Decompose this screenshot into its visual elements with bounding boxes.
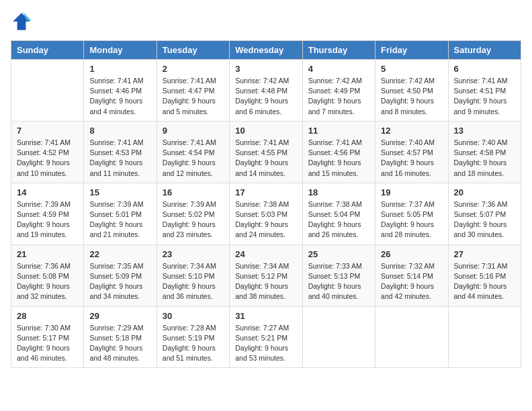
- date-number: 10: [235, 126, 296, 136]
- cell-info: Sunrise: 7:40 AMSunset: 4:57 PMDaylight:…: [381, 138, 442, 179]
- calendar-cell: 30Sunrise: 7:28 AMSunset: 5:19 PMDayligh…: [157, 306, 229, 368]
- svg-marker-0: [13, 13, 30, 30]
- column-header-friday: Friday: [375, 41, 448, 60]
- calendar-cell: 12Sunrise: 7:40 AMSunset: 4:57 PMDayligh…: [375, 121, 448, 183]
- date-number: 21: [17, 249, 78, 259]
- calendar-cell: [302, 306, 375, 368]
- calendar-cell: 29Sunrise: 7:29 AMSunset: 5:18 PMDayligh…: [84, 306, 157, 368]
- date-number: 3: [235, 64, 296, 74]
- calendar-cell: 23Sunrise: 7:34 AMSunset: 5:10 PMDayligh…: [157, 244, 229, 306]
- calendar-cell: 10Sunrise: 7:41 AMSunset: 4:55 PMDayligh…: [230, 121, 302, 183]
- calendar-cell: 18Sunrise: 7:38 AMSunset: 5:04 PMDayligh…: [302, 183, 375, 244]
- calendar-cell: 21Sunrise: 7:36 AMSunset: 5:08 PMDayligh…: [11, 244, 84, 306]
- calendar-cell: 22Sunrise: 7:35 AMSunset: 5:09 PMDayligh…: [84, 244, 157, 306]
- date-number: 6: [454, 64, 515, 74]
- calendar-table: SundayMondayTuesdayWednesdayThursdayFrid…: [11, 40, 521, 368]
- page-header: [11, 11, 521, 32]
- calendar-cell: 15Sunrise: 7:39 AMSunset: 5:01 PMDayligh…: [84, 183, 157, 244]
- date-number: 25: [308, 249, 369, 259]
- calendar-cell: 4Sunrise: 7:42 AMSunset: 4:49 PMDaylight…: [302, 60, 375, 122]
- date-number: 9: [163, 126, 224, 136]
- date-number: 24: [235, 249, 296, 259]
- calendar-cell: 26Sunrise: 7:32 AMSunset: 5:14 PMDayligh…: [375, 244, 448, 306]
- date-number: 29: [89, 311, 150, 321]
- cell-info: Sunrise: 7:39 AMSunset: 5:01 PMDaylight:…: [89, 199, 150, 240]
- calendar-cell: 3Sunrise: 7:42 AMSunset: 4:48 PMDaylight…: [230, 60, 302, 122]
- column-header-sunday: Sunday: [11, 41, 84, 60]
- cell-info: Sunrise: 7:38 AMSunset: 5:04 PMDaylight:…: [308, 199, 369, 240]
- week-row-2: 7Sunrise: 7:41 AMSunset: 4:52 PMDaylight…: [11, 121, 521, 183]
- cell-info: Sunrise: 7:37 AMSunset: 5:05 PMDaylight:…: [381, 199, 442, 240]
- cell-info: Sunrise: 7:42 AMSunset: 4:48 PMDaylight:…: [235, 76, 296, 117]
- cell-info: Sunrise: 7:33 AMSunset: 5:13 PMDaylight:…: [308, 261, 369, 302]
- date-number: 27: [454, 249, 515, 259]
- calendar-cell: [375, 306, 448, 368]
- cell-info: Sunrise: 7:41 AMSunset: 4:52 PMDaylight:…: [17, 138, 78, 179]
- date-number: 30: [163, 311, 224, 321]
- date-number: 2: [163, 64, 224, 74]
- calendar-cell: 27Sunrise: 7:31 AMSunset: 5:16 PMDayligh…: [448, 244, 521, 306]
- cell-info: Sunrise: 7:42 AMSunset: 4:49 PMDaylight:…: [308, 76, 369, 117]
- date-number: 8: [89, 126, 150, 136]
- date-number: 14: [17, 187, 78, 197]
- logo: [11, 11, 35, 32]
- calendar-cell: 25Sunrise: 7:33 AMSunset: 5:13 PMDayligh…: [302, 244, 375, 306]
- date-number: 17: [235, 187, 296, 197]
- calendar-cell: 2Sunrise: 7:41 AMSunset: 4:47 PMDaylight…: [157, 60, 229, 122]
- date-number: 12: [381, 126, 442, 136]
- cell-info: Sunrise: 7:27 AMSunset: 5:21 PMDaylight:…: [235, 323, 296, 364]
- cell-info: Sunrise: 7:41 AMSunset: 4:55 PMDaylight:…: [235, 138, 296, 179]
- cell-info: Sunrise: 7:36 AMSunset: 5:07 PMDaylight:…: [454, 199, 515, 240]
- cell-info: Sunrise: 7:39 AMSunset: 5:02 PMDaylight:…: [163, 199, 224, 240]
- week-row-5: 28Sunrise: 7:30 AMSunset: 5:17 PMDayligh…: [11, 306, 521, 368]
- cell-info: Sunrise: 7:34 AMSunset: 5:10 PMDaylight:…: [163, 261, 224, 302]
- cell-info: Sunrise: 7:41 AMSunset: 4:56 PMDaylight:…: [308, 138, 369, 179]
- cell-info: Sunrise: 7:41 AMSunset: 4:51 PMDaylight:…: [454, 76, 515, 117]
- cell-info: Sunrise: 7:38 AMSunset: 5:03 PMDaylight:…: [235, 199, 296, 240]
- calendar-cell: 20Sunrise: 7:36 AMSunset: 5:07 PMDayligh…: [448, 183, 521, 244]
- date-number: 16: [163, 187, 224, 197]
- date-number: 26: [381, 249, 442, 259]
- cell-info: Sunrise: 7:41 AMSunset: 4:46 PMDaylight:…: [89, 76, 150, 117]
- column-header-saturday: Saturday: [448, 41, 521, 60]
- cell-info: Sunrise: 7:29 AMSunset: 5:18 PMDaylight:…: [89, 323, 150, 364]
- column-header-wednesday: Wednesday: [230, 41, 302, 60]
- date-number: 28: [17, 311, 78, 321]
- date-number: 23: [163, 249, 224, 259]
- date-number: 31: [235, 311, 296, 321]
- date-number: 20: [454, 187, 515, 197]
- cell-info: Sunrise: 7:30 AMSunset: 5:17 PMDaylight:…: [17, 323, 78, 364]
- week-row-3: 14Sunrise: 7:39 AMSunset: 4:59 PMDayligh…: [11, 183, 521, 244]
- calendar-cell: 24Sunrise: 7:34 AMSunset: 5:12 PMDayligh…: [230, 244, 302, 306]
- date-number: 22: [89, 249, 150, 259]
- logo-icon: [11, 11, 32, 32]
- column-header-monday: Monday: [84, 41, 157, 60]
- calendar-cell: 13Sunrise: 7:40 AMSunset: 4:58 PMDayligh…: [448, 121, 521, 183]
- calendar-cell: 19Sunrise: 7:37 AMSunset: 5:05 PMDayligh…: [375, 183, 448, 244]
- date-number: 5: [381, 64, 442, 74]
- calendar-cell: 7Sunrise: 7:41 AMSunset: 4:52 PMDaylight…: [11, 121, 84, 183]
- week-row-1: 1Sunrise: 7:41 AMSunset: 4:46 PMDaylight…: [11, 60, 521, 122]
- cell-info: Sunrise: 7:36 AMSunset: 5:08 PMDaylight:…: [17, 261, 78, 302]
- cell-info: Sunrise: 7:35 AMSunset: 5:09 PMDaylight:…: [89, 261, 150, 302]
- cell-info: Sunrise: 7:34 AMSunset: 5:12 PMDaylight:…: [235, 261, 296, 302]
- cell-info: Sunrise: 7:41 AMSunset: 4:47 PMDaylight:…: [163, 76, 224, 117]
- date-number: 13: [454, 126, 515, 136]
- cell-info: Sunrise: 7:41 AMSunset: 4:54 PMDaylight:…: [163, 138, 224, 179]
- calendar-cell: 28Sunrise: 7:30 AMSunset: 5:17 PMDayligh…: [11, 306, 84, 368]
- calendar-cell: 9Sunrise: 7:41 AMSunset: 4:54 PMDaylight…: [157, 121, 229, 183]
- cell-info: Sunrise: 7:28 AMSunset: 5:19 PMDaylight:…: [163, 323, 224, 364]
- column-header-tuesday: Tuesday: [157, 41, 229, 60]
- calendar-cell: 17Sunrise: 7:38 AMSunset: 5:03 PMDayligh…: [230, 183, 302, 244]
- week-row-4: 21Sunrise: 7:36 AMSunset: 5:08 PMDayligh…: [11, 244, 521, 306]
- cell-info: Sunrise: 7:39 AMSunset: 4:59 PMDaylight:…: [17, 199, 78, 240]
- calendar-cell: 14Sunrise: 7:39 AMSunset: 4:59 PMDayligh…: [11, 183, 84, 244]
- cell-info: Sunrise: 7:40 AMSunset: 4:58 PMDaylight:…: [454, 138, 515, 179]
- calendar-cell: 6Sunrise: 7:41 AMSunset: 4:51 PMDaylight…: [448, 60, 521, 122]
- calendar-cell: 8Sunrise: 7:41 AMSunset: 4:53 PMDaylight…: [84, 121, 157, 183]
- column-header-thursday: Thursday: [302, 41, 375, 60]
- date-number: 19: [381, 187, 442, 197]
- date-number: 1: [89, 64, 150, 74]
- calendar-cell: 5Sunrise: 7:42 AMSunset: 4:50 PMDaylight…: [375, 60, 448, 122]
- date-number: 4: [308, 64, 369, 74]
